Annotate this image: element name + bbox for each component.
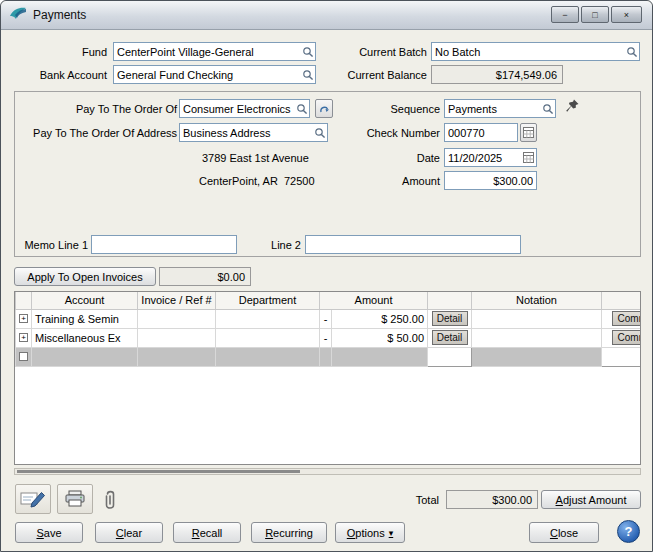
amount-cell[interactable] — [332, 347, 428, 366]
recall-button[interactable]: Recall — [173, 522, 241, 543]
scrollbar-thumb[interactable] — [17, 470, 300, 473]
comment-column-header — [602, 292, 641, 309]
check-number-field[interactable] — [444, 123, 518, 142]
print-button[interactable] — [57, 484, 93, 514]
invoice-column-header[interactable]: Invoice / Ref # — [138, 292, 216, 309]
fund-lookup-icon[interactable] — [300, 43, 315, 60]
amount-cell[interactable]: $ 50.00 — [332, 328, 428, 347]
current-batch-input[interactable] — [432, 46, 624, 58]
current-batch-lookup-icon[interactable] — [624, 43, 639, 60]
detail-button[interactable]: Detail — [432, 330, 468, 345]
department-cell[interactable] — [216, 328, 320, 347]
amount-cell[interactable]: $ 250.00 — [332, 309, 428, 328]
grid-header-row: Account Invoice / Ref # Department Amoun… — [16, 292, 642, 309]
account-cell[interactable] — [32, 347, 138, 366]
account-cell[interactable]: Miscellaneous Ex — [32, 328, 138, 347]
current-batch-label: Current Batch — [331, 46, 427, 58]
notation-cell[interactable] — [472, 328, 602, 347]
payee-address-line2: CenterPoint, AR 72500 — [199, 175, 315, 187]
check-number-input[interactable] — [445, 127, 517, 139]
expand-row-icon[interactable] — [19, 352, 28, 361]
bank-account-field[interactable] — [113, 65, 316, 84]
clear-button[interactable]: Clear — [95, 522, 163, 543]
close-window-button[interactable]: × — [611, 6, 642, 23]
line-items-grid[interactable]: Account Invoice / Ref # Department Amoun… — [14, 291, 641, 465]
minimize-button[interactable]: − — [551, 6, 579, 23]
save-button[interactable]: Save — [15, 522, 83, 543]
fund-field[interactable] — [113, 42, 316, 61]
help-button[interactable]: ? — [617, 520, 640, 543]
pay-to-field[interactable] — [179, 99, 310, 118]
current-batch-field[interactable] — [431, 42, 640, 61]
check-number-label: Check Number — [355, 127, 440, 139]
comment-button[interactable]: Comment — [612, 330, 641, 345]
pay-to-label: Pay To The Order Of — [25, 103, 177, 115]
notation-cell[interactable] — [472, 347, 602, 366]
payee-address-line1: 3789 East 1st Avenue — [202, 152, 309, 164]
bank-account-lookup-icon[interactable] — [300, 66, 315, 83]
invoice-cell[interactable] — [138, 347, 216, 366]
grid-new-row[interactable] — [16, 347, 642, 366]
grid-row-2[interactable]: + Miscellaneous Ex - $ 50.00 Detail Comm… — [16, 328, 642, 347]
bank-account-input[interactable] — [114, 69, 300, 81]
caption-buttons: − □ × — [551, 6, 642, 23]
pay-to-address-field[interactable] — [179, 123, 328, 142]
amount-input[interactable] — [445, 175, 536, 187]
comment-button[interactable]: Comment — [612, 311, 641, 326]
adjust-amount-button[interactable]: Adjust Amount — [541, 490, 641, 509]
invoice-cell[interactable] — [138, 328, 216, 347]
apply-open-invoices-button[interactable]: Apply To Open Invoices — [14, 267, 156, 286]
amount-field[interactable] — [444, 171, 537, 190]
payments-window: Payments − □ × Fund Current Batch Bank A… — [0, 0, 653, 552]
memo-line2-input[interactable] — [306, 239, 520, 251]
date-field[interactable] — [444, 148, 537, 167]
total-label: Total — [391, 494, 439, 506]
sequence-lookup-icon[interactable] — [540, 100, 555, 117]
apply-amount-value: $0.00 — [159, 267, 251, 286]
expand-row-icon[interactable]: + — [19, 314, 28, 323]
detail-edit-cell[interactable] — [428, 347, 472, 366]
detail-button[interactable]: Detail — [432, 311, 468, 326]
pin-icon[interactable] — [563, 97, 581, 115]
department-cell[interactable] — [216, 309, 320, 328]
recurring-button[interactable]: Recurring — [251, 522, 327, 543]
attachment-button[interactable] — [97, 486, 123, 513]
calendar-icon[interactable] — [521, 149, 536, 166]
check-pen-icon — [20, 489, 46, 509]
account-cell[interactable]: Training & Semin — [32, 309, 138, 328]
pay-to-address-input[interactable] — [180, 127, 312, 139]
close-button[interactable]: Close — [529, 522, 599, 543]
sequence-label: Sequence — [355, 103, 440, 115]
pay-to-input[interactable] — [180, 103, 294, 115]
titlebar[interactable]: Payments − □ × — [1, 1, 652, 30]
amount-column-header[interactable]: Amount — [320, 292, 428, 309]
notation-cell[interactable] — [472, 309, 602, 328]
memo-line1-input[interactable] — [92, 239, 236, 251]
chevron-down-icon: ▾ — [389, 528, 394, 538]
memo-line1-field[interactable] — [91, 235, 237, 254]
account-column-header[interactable]: Account — [32, 292, 138, 309]
notation-column-header[interactable]: Notation — [472, 292, 602, 309]
grid-row-1[interactable]: + Training & Semin - $ 250.00 Detail Com… — [16, 309, 642, 328]
maximize-button[interactable]: □ — [581, 6, 609, 23]
pay-to-lookup-icon[interactable] — [294, 100, 309, 117]
pay-to-address-lookup-icon[interactable] — [312, 124, 327, 141]
comment-edit-cell[interactable] — [602, 347, 641, 366]
expand-row-icon[interactable]: + — [19, 333, 28, 342]
department-cell[interactable] — [216, 347, 320, 366]
options-button[interactable]: Options ▾ — [335, 522, 405, 543]
invoice-cell[interactable] — [138, 309, 216, 328]
redo-arrow-icon — [318, 103, 330, 115]
department-column-header[interactable]: Department — [216, 292, 320, 309]
date-input[interactable] — [445, 152, 521, 164]
memo-line2-field[interactable] — [305, 235, 521, 254]
check-number-sequence-button[interactable] — [520, 123, 537, 142]
fund-input[interactable] — [114, 46, 300, 58]
total-value: $300.00 — [446, 490, 538, 509]
sequence-input[interactable] — [445, 103, 540, 115]
fund-label: Fund — [11, 46, 107, 58]
repeat-payee-button[interactable] — [315, 99, 333, 118]
sequence-field[interactable] — [444, 99, 556, 118]
print-check-button[interactable] — [15, 484, 51, 514]
grid-horizontal-scrollbar[interactable] — [14, 468, 641, 475]
